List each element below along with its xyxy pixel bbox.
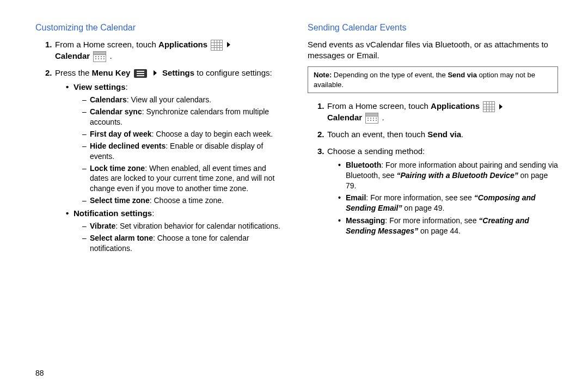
text: to configure settings: [194,68,272,77]
calendar-icon [93,51,106,62]
list-item: Select time zone: Choose a time zone. [82,195,286,206]
list-item: First day of week: Choose a day to begin… [82,129,286,139]
right-column: Sending Calendar Events Send events as v… [308,22,558,259]
view-settings-item: View settings: Calendars: View all your … [66,82,286,206]
list-item: Lock time zone: When enabled, all event … [82,163,286,194]
method-messaging: Messaging: For more information, see “Cr… [338,216,558,236]
right-step-1: 1. From a Home screen, touch Application… [317,101,558,124]
right-step-2: 2. Touch an event, then touch Send via. [317,129,558,140]
text: Menu Key [92,68,131,77]
left-column: Customizing the Calendar 1. From a Home … [35,22,286,259]
text: Press the [55,68,92,77]
text: From a Home screen, touch [55,40,158,49]
list-item: Hide declined events: Enable or disable … [82,141,286,162]
arrow-icon [227,42,230,47]
calendar-icon [365,113,378,124]
text: Notification settings [74,209,152,218]
text: View settings [74,82,126,91]
method-email: Email: For more information, see see “Co… [338,193,558,213]
left-step-1: 1. From a Home screen, touch Application… [45,39,286,62]
list-item: Select alarm tone: Choose a tone for cal… [82,233,286,254]
list-item: Calendars: View all your calendars. [82,95,286,105]
intro-text: Send events as vCalendar files via Bluet… [308,39,558,62]
heading-customizing: Customizing the Calendar [35,22,286,34]
heading-sending: Sending Calendar Events [308,22,558,34]
text: Calendar [55,51,90,60]
left-step-2: 2. Press the Menu Key Settings to config… [45,68,286,254]
applications-icon [211,40,223,51]
arrow-icon [499,104,503,109]
menu-key-icon [134,69,147,78]
arrow-icon [154,70,157,76]
method-bluetooth: Bluetooth: For more information about pa… [338,160,558,191]
list-item: Calendar sync: Synchronize calendars fro… [82,107,286,127]
applications-icon [483,101,495,112]
list-item: Vibrate: Set vibration behavior for cale… [82,221,286,231]
text: Applications [158,40,207,49]
text: Settings [162,68,194,77]
page-number: 88 [35,368,44,378]
note-box: Note: Depending on the type of event, th… [308,66,558,93]
notification-settings-item: Notification settings: Vibrate: Set vibr… [66,208,286,254]
right-step-3: 3. Choose a sending method: Bluetooth: F… [317,146,558,236]
